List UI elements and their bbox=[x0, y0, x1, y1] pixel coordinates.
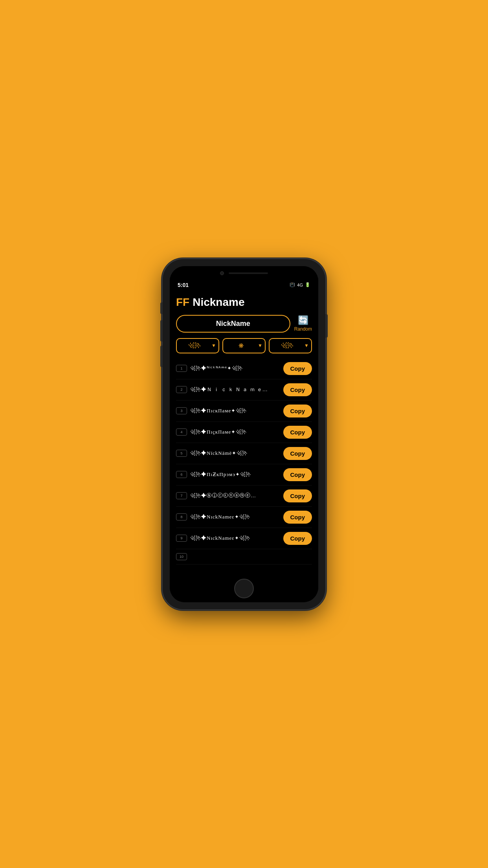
copy-button[interactable]: Copy bbox=[283, 489, 312, 502]
row-number: 10 bbox=[176, 553, 187, 560]
chevron-down-icon-2: ▼ bbox=[258, 343, 262, 348]
list-item: 1 ꧁꧂✦ᴺⁱᶜᵏᴺᴬᵐᵉ✦꧁꧂ Copy bbox=[176, 358, 312, 379]
status-time: 5:01 bbox=[178, 282, 189, 288]
app-content: FF Nickname 🔄 Random ꧁꧂ ▼ ❋ ▼ bbox=[170, 291, 318, 572]
copy-button[interactable]: Copy bbox=[283, 405, 312, 417]
row-number: 3 bbox=[176, 407, 187, 414]
copy-button[interactable]: Copy bbox=[283, 532, 312, 545]
nickname-display: ꧁꧂✦NıckNameε✦꧁꧂ bbox=[190, 535, 280, 541]
filter-symbol-2: ❋ bbox=[226, 342, 256, 349]
copy-button[interactable]: Copy bbox=[283, 468, 312, 481]
title-nickname: Nickname bbox=[193, 296, 244, 309]
nickname-input-row: 🔄 Random bbox=[176, 315, 312, 333]
row-number: 8 bbox=[176, 513, 187, 520]
chevron-down-icon-1: ▼ bbox=[211, 343, 216, 348]
nickname-display: ꧁꧂✦NïckNämë✦꧁꧂ bbox=[190, 450, 280, 456]
random-icon: 🔄 bbox=[298, 315, 308, 326]
row-number: 6 bbox=[176, 471, 187, 478]
volume-up-button bbox=[160, 320, 163, 342]
copy-button[interactable]: Copy bbox=[283, 447, 312, 460]
list-item: 9 ꧁꧂✦NıckNameε✦꧁꧂ Copy bbox=[176, 528, 312, 549]
vibrate-icon: 📳 bbox=[290, 282, 295, 287]
power-button bbox=[325, 314, 328, 338]
filter-btn-1[interactable]: ꧁꧂ ▼ bbox=[176, 338, 219, 353]
filter-row: ꧁꧂ ▼ ❋ ▼ ꧁꧂ ▼ bbox=[176, 338, 312, 353]
filter-btn-2[interactable]: ❋ ▼ bbox=[222, 338, 266, 353]
signal-icon: 4G bbox=[297, 283, 303, 287]
status-bar: 5:01 📳 4G 🔋 bbox=[170, 280, 318, 291]
home-button[interactable] bbox=[234, 579, 254, 598]
nickname-display: ꧁꧂✦ΠıƵкΠрэмэ✦꧁꧂ bbox=[190, 471, 280, 478]
copy-button[interactable]: Copy bbox=[283, 426, 312, 439]
notch-bar bbox=[229, 272, 268, 274]
row-number: 5 bbox=[176, 450, 187, 457]
nickname-input[interactable] bbox=[176, 315, 290, 333]
nickname-display: ꧁꧂✦ПıçкПаме✦꧁꧂ bbox=[190, 429, 280, 435]
list-item: 5 ꧁꧂✦NïckNämë✦꧁꧂ Copy bbox=[176, 443, 312, 464]
app-title: FF Nickname bbox=[176, 296, 312, 309]
nickname-display: ꧁꧂✦NıckNameε✦꧁꧂ bbox=[190, 514, 280, 520]
copy-button[interactable]: Copy bbox=[283, 362, 312, 375]
phone-frame: 5:01 📳 4G 🔋 FF Nickname 🔄 Random bbox=[163, 259, 325, 609]
row-number: 1 bbox=[176, 365, 187, 372]
row-number: 2 bbox=[176, 386, 187, 393]
row-number: 7 bbox=[176, 492, 187, 499]
row-number: 9 bbox=[176, 535, 187, 542]
phone-screen: 5:01 📳 4G 🔋 FF Nickname 🔄 Random bbox=[170, 266, 318, 602]
title-ff: FF bbox=[176, 296, 189, 309]
filter-symbol-1: ꧁꧂ bbox=[179, 342, 210, 349]
nickname-display: ꧁꧂✦Ⓝⓘⓒⓚⓝⓐⓜⓔ… bbox=[190, 493, 280, 499]
phone-notch bbox=[170, 266, 318, 280]
filter-btn-3[interactable]: ꧁꧂ ▼ bbox=[269, 338, 312, 353]
random-button[interactable]: 🔄 Random bbox=[294, 315, 312, 332]
nickname-display: ꧁꧂✦ПıcкПаме✦꧁꧂ bbox=[190, 408, 280, 414]
list-item: 6 ꧁꧂✦ΠıƵкΠрэмэ✦꧁꧂ Copy bbox=[176, 464, 312, 485]
list-item: 8 ꧁꧂✦NıckNameε✦꧁꧂ Copy bbox=[176, 507, 312, 528]
volume-down-button bbox=[160, 346, 163, 367]
nickname-display: ꧁꧂✦ᴺⁱᶜᵏᴺᴬᵐᵉ✦꧁꧂ bbox=[190, 365, 280, 371]
camera-icon bbox=[220, 271, 224, 275]
random-label: Random bbox=[294, 326, 312, 332]
home-indicator-area bbox=[170, 572, 318, 602]
list-item: 4 ꧁꧂✦ПıçкПаме✦꧁꧂ Copy bbox=[176, 422, 312, 443]
list-item: 7 ꧁꧂✦Ⓝⓘⓒⓚⓝⓐⓜⓔ… Copy bbox=[176, 485, 312, 507]
copy-button[interactable]: Copy bbox=[283, 383, 312, 396]
row-number: 4 bbox=[176, 428, 187, 436]
chevron-down-icon-3: ▼ bbox=[304, 343, 309, 348]
status-icons: 📳 4G 🔋 bbox=[290, 282, 310, 287]
list-item: 2 ꧁꧂✦Ｎ ｉ ｃ ｋ Ｎ ａ ｍ ｅ… Copy bbox=[176, 379, 312, 401]
battery-icon: 🔋 bbox=[305, 282, 310, 287]
nickname-display: ꧁꧂✦Ｎ ｉ ｃ ｋ Ｎ ａ ｍ ｅ… bbox=[190, 386, 280, 393]
nickname-list: 1 ꧁꧂✦ᴺⁱᶜᵏᴺᴬᵐᵉ✦꧁꧂ Copy 2 ꧁꧂✦Ｎ ｉ ｃ ｋ Ｎ ａ ｍ… bbox=[176, 358, 312, 565]
copy-button[interactable]: Copy bbox=[283, 511, 312, 524]
mute-button bbox=[160, 302, 163, 314]
filter-symbol-3: ꧁꧂ bbox=[272, 342, 303, 349]
list-item: 10 bbox=[176, 549, 312, 565]
list-item: 3 ꧁꧂✦ПıcкПаме✦꧁꧂ Copy bbox=[176, 401, 312, 422]
